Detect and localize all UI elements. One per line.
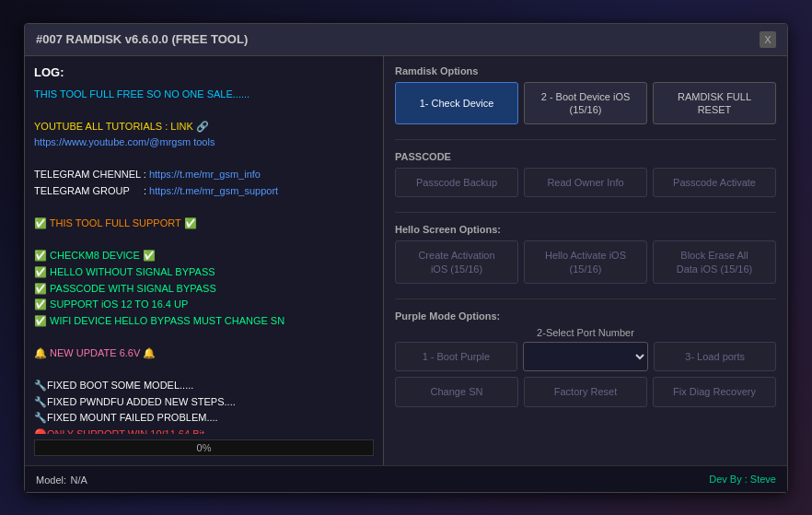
passcode-activate-button[interactable]: Passcode Activate — [653, 168, 776, 197]
ramdisk-options-section: Ramdisk Options 1- Check Device 2 - Boot… — [395, 65, 776, 125]
ramdisk-options-label: Ramdisk Options — [395, 65, 776, 76]
factory-reset-button[interactable]: Factory Reset — [524, 377, 647, 406]
log-fixed-mount: 🔧FIXED MOUNT FAILED PROBLEM.... — [34, 410, 374, 427]
port-select[interactable] — [523, 342, 649, 371]
log-passcode-bypass: ✅ PASSCODE WITH SIGNAL BYPASS — [34, 281, 374, 298]
select-port-label: 2-Select Port Number — [472, 327, 700, 338]
main-content: LOG: THIS TOOL FULL FREE SO NO ONE SALE.… — [25, 56, 787, 465]
divider-1 — [395, 139, 776, 140]
youtube-link[interactable]: https://www.youtube.com/@mrgsm tools — [34, 136, 215, 147]
telegram-group-link[interactable]: https://t.me/mr_gsm_support — [149, 185, 278, 196]
passcode-section: PASSCODE Passcode Backup Read Owner Info… — [395, 151, 776, 197]
model-value: N/A — [70, 474, 87, 486]
block-erase-button[interactable]: Block Erase AllData iOS (15/16) — [653, 240, 776, 284]
passcode-backup-button[interactable]: Passcode Backup — [395, 168, 518, 197]
log-title: LOG: — [34, 65, 374, 79]
dev-by: Dev By : Steve — [709, 474, 776, 485]
hello-screen-btn-row: Create ActivationiOS (15/16) Hello Activ… — [395, 240, 776, 284]
read-owner-info-button[interactable]: Read Owner Info — [524, 168, 647, 197]
ramdisk-btn-row: 1- Check Device 2 - Boot Device iOS(15/1… — [395, 82, 776, 125]
divider-3 — [395, 298, 776, 299]
passcode-btn-row: Passcode Backup Read Owner Info Passcode… — [395, 168, 776, 197]
boot-device-button[interactable]: 2 - Boot Device iOS(15/16) — [524, 82, 647, 125]
progress-text: 0% — [197, 442, 212, 453]
divider-2 — [395, 212, 776, 213]
log-fixed-boot: 🔧FIXED BOOT SOME MODEL..... — [34, 378, 374, 394]
check-device-button[interactable]: 1- Check Device — [395, 82, 518, 125]
change-sn-button[interactable]: Change SN — [395, 377, 518, 406]
hello-screen-label: Hello Screen Options: — [395, 224, 776, 235]
ramdisk-full-reset-button[interactable]: RAMDISK FULLRESET — [653, 82, 776, 125]
progress-bar-container: 0% — [34, 439, 374, 456]
log-line-1: THIS TOOL FULL FREE SO NO ONE SALE...... — [34, 87, 374, 103]
log-telegram-group: TELEGRAM GROUP : https://t.me/mr_gsm_sup… — [34, 183, 374, 200]
status-bar: Model: N/A Dev By : Steve — [25, 465, 787, 492]
purple-bottom-btn-row: Change SN Factory Reset Fix Diag Recover… — [395, 377, 776, 406]
log-wifi-bypass: ✅ WIFI DEVICE HELLO BYPASS MUST CHANGE S… — [34, 313, 374, 330]
fix-diag-recovery-button[interactable]: Fix Diag Recovery — [653, 377, 776, 406]
hello-screen-section: Hello Screen Options: Create Activationi… — [395, 224, 776, 284]
passcode-label: PASSCODE — [395, 151, 776, 162]
log-full-support: ✅ THIS TOOL FULL SUPPORT ✅ — [34, 216, 374, 232]
log-ios-support: ✅ SUPPORT iOS 12 TO 16.4 UP — [34, 297, 374, 313]
main-window: #007 RAMDISK v6.6.0.0 (FREE TOOL) X LOG:… — [24, 23, 788, 493]
create-activation-button[interactable]: Create ActivationiOS (15/16) — [395, 240, 518, 284]
purple-mode-label: Purple Mode Options: — [395, 310, 776, 322]
model-label: Model: — [36, 474, 66, 486]
log-content[interactable]: THIS TOOL FULL FREE SO NO ONE SALE......… — [34, 87, 374, 434]
purple-mode-section: Purple Mode Options: 2-Select Port Numbe… — [395, 310, 776, 407]
right-panel: Ramdisk Options 1- Check Device 2 - Boot… — [384, 56, 787, 465]
model-status: Model: N/A — [36, 471, 87, 487]
window-title: #007 RAMDISK v6.6.0.0 (FREE TOOL) — [36, 32, 248, 46]
close-button[interactable]: X — [760, 31, 776, 48]
purple-port-label-row: 2-Select Port Number — [395, 327, 776, 342]
boot-purple-button[interactable]: 1 - Boot Purple — [395, 342, 517, 371]
log-hello-bypass: ✅ HELLO WITHOUT SIGNAL BYPASS — [34, 264, 374, 281]
log-fixed-pwndfu: 🔧FIXED PWNDFU ADDED NEW STEPS.... — [34, 394, 374, 411]
log-win-support: 🔴ONLY SUPPORT WIN 10/11 64 Bit — [34, 427, 374, 434]
log-line-3: YOUTUBE ALL TUTORIALS : LINK 🔗 — [34, 119, 374, 135]
log-checkm8: ✅ CHECKM8 DEVICE ✅ — [34, 248, 374, 264]
title-bar: #007 RAMDISK v6.6.0.0 (FREE TOOL) X — [25, 24, 787, 56]
hello-activate-button[interactable]: Hello Activate iOS(15/16) — [524, 240, 647, 284]
load-ports-button[interactable]: 3- Load ports — [654, 342, 776, 371]
telegram-channel-link[interactable]: https://t.me/mr_gsm_info — [149, 169, 261, 180]
purple-btn-row: 1 - Boot Purple 3- Load ports — [395, 342, 776, 371]
log-new-update: 🔔 NEW UPDATE 6.6V 🔔 — [34, 345, 374, 362]
log-panel: LOG: THIS TOOL FULL FREE SO NO ONE SALE.… — [25, 56, 384, 465]
log-telegram-channel: TELEGRAM CHENNEL : https://t.me/mr_gsm_i… — [34, 167, 374, 183]
